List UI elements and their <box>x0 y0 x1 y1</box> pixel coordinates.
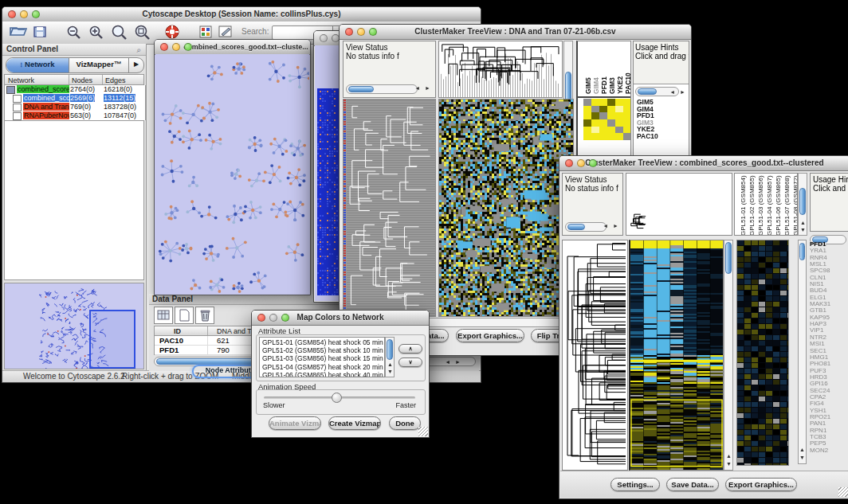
treeview1-title-bar[interactable]: ClusterMaker TreeView : DNA and Tran 07-… <box>340 25 691 40</box>
cluster-column-label: GIM3 <box>608 46 616 94</box>
network-name: combined_scores <box>17 85 69 93</box>
cluster-row-label: PAC10 <box>637 133 658 140</box>
tv1-row-labels: GIM5GIM4PFD1GIM3YKE2PAC10 <box>637 99 658 140</box>
resize-grip[interactable] <box>418 427 428 436</box>
network-row[interactable]: RNAPuberNov2+563(0)107847(0) <box>5 111 145 120</box>
move-attribute-down-button[interactable]: ∨ <box>398 357 422 367</box>
network-name: RNAPuberNov2+ <box>23 111 69 119</box>
float-panel-icon[interactable]: ⌕ <box>136 45 141 56</box>
attribute-item[interactable]: GPL51-01 (GSM854) heat shock 05 min <box>262 338 382 346</box>
matrix-cell <box>623 133 631 140</box>
scroll-down-arrow[interactable]: ▼ <box>726 460 732 468</box>
nodes-count: 563(0) <box>70 111 91 119</box>
tv2-column-dendrogram[interactable] <box>626 173 732 236</box>
create-vizmap-button[interactable]: Create Vizmap <box>328 416 381 430</box>
tv1-export-graphics-button[interactable]: Export Graphics... <box>456 329 524 342</box>
minimize-button[interactable] <box>172 43 180 51</box>
help-lifesaver-icon <box>166 25 179 38</box>
tv1-usage-hints: Usage Hints Click and drag to <box>634 41 689 84</box>
network-view-title-bar[interactable]: combined_scores_good.txt--cluste... <box>155 40 310 55</box>
main-title-bar[interactable]: Cytoscape Desktop (Session Name: collins… <box>2 7 481 22</box>
network-tree-area[interactable] <box>4 120 144 280</box>
zoom-button[interactable] <box>281 314 289 322</box>
scroll-arrows[interactable]: ◄ ► <box>445 358 462 366</box>
attribute-item[interactable]: GPL51-03 (GSM856) heat shock 15 min <box>262 354 382 362</box>
network-row[interactable]: combined_sco2569(6)13112(15) <box>5 94 145 103</box>
gene-id: PFD1 <box>159 346 179 354</box>
dialog-title-bar[interactable]: Map Colors to Network <box>252 311 429 326</box>
minimize-button[interactable] <box>577 159 585 167</box>
close-button[interactable] <box>160 43 168 51</box>
scroll-arrows[interactable]: ◄ ► <box>414 84 432 92</box>
zoom-button[interactable] <box>184 43 192 51</box>
close-button[interactable] <box>345 28 353 36</box>
tv2-usage-hints: Usage Hints Click and drag <box>810 173 848 232</box>
tv2-save-data-button[interactable]: Save Data... <box>666 478 719 491</box>
tabs-overflow-arrow[interactable]: ▶ <box>129 58 143 72</box>
tv2-settings-button[interactable]: Settings... <box>610 478 660 491</box>
treeview2-title-bar[interactable]: ClusterMaker TreeView : combined_scores_… <box>559 156 848 171</box>
close-button[interactable] <box>257 314 265 322</box>
scroll-down-arrow[interactable]: ▼ <box>800 226 806 234</box>
scroll-arrows[interactable]: ◄ ► <box>669 88 687 96</box>
tv2-export-graphics-button[interactable]: Export Graphics... <box>725 478 797 491</box>
close-button[interactable] <box>320 34 328 42</box>
matrix-cell <box>591 127 599 134</box>
birdseye-overview[interactable] <box>4 283 144 369</box>
tab-vizmapper[interactable]: VizMapper™ <box>69 58 129 72</box>
minimize-button[interactable] <box>357 28 365 36</box>
annotation-icon <box>219 26 231 37</box>
scroll-arrows[interactable]: ◄ ► <box>603 222 620 230</box>
gene-label[interactable]: MON2 <box>810 447 848 454</box>
tv1-heatmap[interactable] <box>438 99 574 317</box>
network-row[interactable]: combined_scores2764(0)16218(0) <box>5 85 145 94</box>
tv2-heatmap-vscrollbar[interactable]: ▲ ▼ <box>724 240 733 471</box>
animate-vizmap-button[interactable]: Animate Vizmap <box>269 416 321 430</box>
control-panel-header: Control Panel ⌕ <box>2 44 146 56</box>
tv2-heatmap[interactable] <box>629 240 724 471</box>
attribute-list[interactable]: GPL51-01 (GSM854) heat shock 05 minGPL51… <box>259 337 385 377</box>
scroll-down-arrow[interactable]: ▼ <box>387 368 393 376</box>
close-button[interactable] <box>565 159 573 167</box>
move-attribute-up-button[interactable]: ∧ <box>398 344 422 354</box>
dialog-title: Map Colors to Network <box>297 313 384 322</box>
network-row[interactable]: DNA and Tran 07769(0)183728(0) <box>5 103 145 111</box>
close-button[interactable] <box>8 10 16 18</box>
delete-attribute-icon[interactable] <box>195 307 214 324</box>
zoom-button[interactable] <box>589 159 597 167</box>
matrix-cell <box>599 99 607 106</box>
gene-value: 621 <box>217 336 230 345</box>
attribute-item[interactable]: GPL51-04 (GSM857) heat shock 20 min <box>262 363 382 371</box>
scroll-up-arrow[interactable]: ▲ <box>799 446 805 454</box>
tv2-collabels-vscrollbar[interactable]: ▲ ▼ <box>798 173 807 236</box>
table-view-icon[interactable] <box>154 307 173 324</box>
tab-network[interactable]: ⁝ Network <box>6 58 69 72</box>
speed-slider-thumb[interactable] <box>332 393 342 403</box>
tv1-column-dendrogram[interactable] <box>438 41 563 98</box>
minimize-button[interactable] <box>20 10 28 18</box>
matrix-cell <box>583 127 591 134</box>
tv2-status-scrollbar[interactable] <box>565 222 607 232</box>
matrix-cell <box>607 112 615 119</box>
tv1-row-dendrogram[interactable] <box>343 99 436 317</box>
tv1-status-scrollbar[interactable] <box>346 84 418 94</box>
tv2-zoom-heatmap[interactable] <box>736 240 789 466</box>
network-canvas[interactable] <box>155 54 309 294</box>
zoom-button[interactable] <box>369 28 377 36</box>
tv1-similarity-matrix[interactable] <box>583 99 631 140</box>
done-button[interactable]: Done <box>389 416 421 430</box>
zoom-button[interactable] <box>32 10 40 18</box>
overview-viewport-rect[interactable] <box>89 310 135 369</box>
scroll-up-arrow[interactable]: ▲ <box>726 452 732 460</box>
attribute-item[interactable]: GPL51-02 (GSM855) heat shock 10 min <box>262 346 382 354</box>
resize-grip[interactable] <box>838 487 848 497</box>
tv2-row-dendrogram[interactable] <box>562 240 628 471</box>
cluster-column-label: YKE2 <box>616 46 624 94</box>
new-attribute-icon[interactable] <box>175 307 194 324</box>
control-panel-tabs: ⁝ Network VizMapper™ ▶ <box>6 57 144 73</box>
minimize-button[interactable] <box>269 314 277 322</box>
scroll-down-arrow[interactable]: ▼ <box>799 454 805 462</box>
attribute-list-vscrollbar[interactable]: ▲ ▼ <box>385 337 395 377</box>
tv2-genelist-vscrollbar[interactable]: ▲ ▼ <box>798 240 807 464</box>
attribute-item[interactable]: GPL51-06 (GSM865) heat shock 40 min <box>262 371 382 377</box>
